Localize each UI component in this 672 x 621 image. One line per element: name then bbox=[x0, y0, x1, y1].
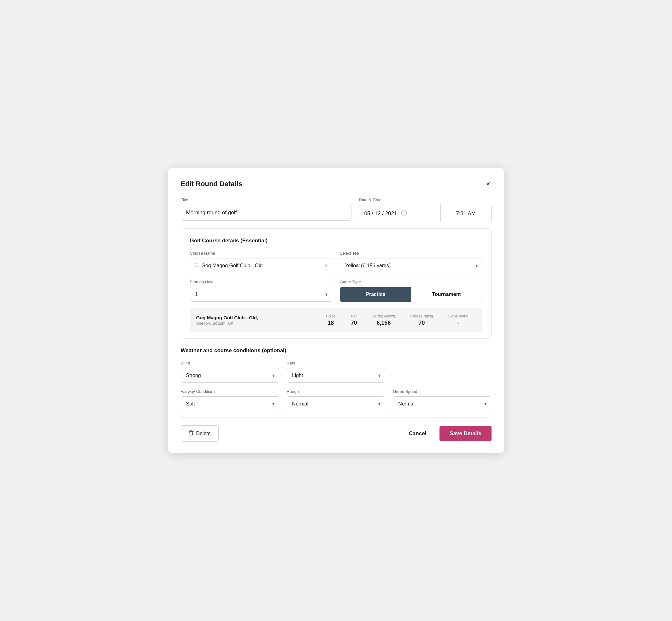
holes-stat: Holes 18 bbox=[318, 314, 343, 326]
select-tee-label: Select Tee bbox=[340, 251, 482, 256]
save-button[interactable]: Save Details bbox=[439, 426, 491, 441]
title-label: Title bbox=[181, 198, 351, 202]
course-tee-row: Course Name × Select Tee Yellow (6,156 y… bbox=[190, 251, 482, 273]
fairway-field-group: Fairway Conditions Dry Normal Soft Wet ▾ bbox=[181, 389, 279, 411]
game-type-field-group: Game Type Practice Tournament bbox=[340, 280, 482, 302]
course-rating-value: 70 bbox=[418, 320, 425, 326]
title-input[interactable] bbox=[181, 205, 351, 220]
title-datetime-row: Title Date & Time 05 / 12 / 2021 7:31 AM bbox=[181, 198, 492, 222]
fairway-label: Fairway Conditions bbox=[181, 389, 279, 394]
starting-hole-select[interactable]: 12310 bbox=[190, 287, 333, 302]
starting-hole-label: Starting Hole bbox=[190, 280, 333, 284]
footer-divider bbox=[181, 417, 492, 418]
starting-hole-select-wrap: 12310 ▾ bbox=[190, 287, 333, 302]
slope-rating-stat: Slope rating - bbox=[440, 314, 476, 326]
rough-label: Rough bbox=[287, 389, 385, 394]
golf-course-section: Golf Course details (Essential) Course N… bbox=[181, 229, 492, 339]
weather-section-title: Weather and course conditions (optional) bbox=[181, 347, 492, 354]
title-field-group: Title bbox=[181, 198, 351, 222]
yards-stat: Yards(Yellow) 6,156 bbox=[365, 314, 403, 326]
modal-title: Edit Round Details bbox=[181, 180, 243, 188]
wind-rain-row: Wind Calm Light Moderate Strong Very Str… bbox=[181, 361, 492, 383]
calendar-icon bbox=[401, 210, 407, 217]
green-speed-label: Green Speed bbox=[393, 389, 491, 394]
par-value: 70 bbox=[351, 320, 357, 326]
tee-select-wrap: Yellow (6,156 yards) White Red ▾ bbox=[340, 258, 482, 273]
datetime-label: Date & Time bbox=[359, 198, 492, 202]
game-type-toggle: Practice Tournament bbox=[340, 287, 482, 302]
date-field[interactable]: 05 / 12 / 2021 bbox=[359, 205, 441, 222]
course-name-input[interactable] bbox=[190, 258, 333, 273]
tee-select[interactable]: Yellow (6,156 yards) White Red bbox=[340, 258, 482, 273]
golf-section-title: Golf Course details (Essential) bbox=[190, 238, 482, 244]
edit-round-modal: Edit Round Details × Title Date & Time 0… bbox=[168, 168, 504, 453]
rain-select-wrap: None Light Moderate Heavy ▾ bbox=[287, 368, 385, 383]
wind-select[interactable]: Calm Light Moderate Strong Very Strong bbox=[181, 368, 279, 383]
rough-field-group: Rough Short Normal Long ▾ bbox=[287, 389, 385, 411]
cancel-button[interactable]: Cancel bbox=[403, 426, 432, 441]
footer-right: Cancel Save Details bbox=[403, 426, 492, 441]
course-name-label: Course Name bbox=[190, 251, 333, 256]
clear-icon[interactable]: × bbox=[325, 263, 328, 268]
delete-label: Delete bbox=[196, 431, 211, 437]
select-tee-field-group: Select Tee Yellow (6,156 yards) White Re… bbox=[340, 251, 482, 273]
svg-rect-0 bbox=[401, 211, 406, 215]
slope-rating-label: Slope rating bbox=[448, 314, 468, 318]
par-stat: Par 70 bbox=[343, 314, 365, 326]
wind-label: Wind bbox=[181, 361, 279, 365]
holes-value: 18 bbox=[328, 320, 334, 326]
wind-select-wrap: Calm Light Moderate Strong Very Strong ▾ bbox=[181, 368, 279, 383]
course-rating-label: Course rating bbox=[410, 314, 433, 318]
close-button[interactable]: × bbox=[485, 179, 492, 189]
fairway-select[interactable]: Dry Normal Soft Wet bbox=[181, 396, 279, 411]
course-info-row: Gog Magog Golf Club - Old, Shelford Bott… bbox=[190, 308, 482, 332]
hole-gametype-row: Starting Hole 12310 ▾ Game Type Practice… bbox=[190, 280, 482, 302]
course-search-wrap: × bbox=[190, 258, 333, 273]
course-info-location: Shelford Bottom, UK bbox=[196, 321, 318, 326]
course-info-name: Gog Magog Golf Club - Old, Shelford Bott… bbox=[196, 315, 318, 326]
date-time-group: 05 / 12 / 2021 7:31 AM bbox=[359, 205, 492, 222]
starting-hole-field-group: Starting Hole 12310 ▾ bbox=[190, 280, 333, 302]
yards-label: Yards(Yellow) bbox=[372, 314, 395, 318]
time-value: 7:31 AM bbox=[456, 210, 475, 217]
svg-point-4 bbox=[195, 263, 198, 266]
practice-toggle-button[interactable]: Practice bbox=[340, 287, 411, 302]
weather-section: Weather and course conditions (optional)… bbox=[181, 347, 492, 411]
modal-header: Edit Round Details × bbox=[181, 179, 492, 189]
trash-icon bbox=[189, 430, 194, 437]
slope-rating-value: - bbox=[457, 320, 459, 326]
tournament-toggle-button[interactable]: Tournament bbox=[411, 287, 482, 302]
footer: Delete Cancel Save Details bbox=[181, 425, 492, 442]
holes-label: Holes bbox=[326, 314, 336, 318]
time-field[interactable]: 7:31 AM bbox=[441, 205, 491, 222]
par-label: Par bbox=[351, 314, 357, 318]
rough-select[interactable]: Short Normal Long bbox=[287, 396, 385, 411]
game-type-label: Game Type bbox=[340, 280, 482, 284]
course-info-name-text: Gog Magog Golf Club - Old, bbox=[196, 315, 318, 320]
green-speed-select[interactable]: Slow Normal Fast bbox=[393, 396, 491, 411]
fairway-rough-green-row: Fairway Conditions Dry Normal Soft Wet ▾… bbox=[181, 389, 492, 411]
delete-button[interactable]: Delete bbox=[181, 425, 219, 442]
wind-field-group: Wind Calm Light Moderate Strong Very Str… bbox=[181, 361, 279, 383]
green-speed-field-group: Green Speed Slow Normal Fast ▾ bbox=[393, 389, 491, 411]
course-rating-stat: Course rating 70 bbox=[403, 314, 440, 326]
rain-field-group: Rain None Light Moderate Heavy ▾ bbox=[287, 361, 385, 383]
rain-label: Rain bbox=[287, 361, 385, 365]
svg-line-5 bbox=[198, 266, 199, 267]
rain-select[interactable]: None Light Moderate Heavy bbox=[287, 368, 385, 383]
fairway-select-wrap: Dry Normal Soft Wet ▾ bbox=[181, 396, 279, 411]
date-value: 05 / 12 / 2021 bbox=[365, 210, 397, 217]
rough-select-wrap: Short Normal Long ▾ bbox=[287, 396, 385, 411]
green-speed-select-wrap: Slow Normal Fast ▾ bbox=[393, 396, 491, 411]
search-icon bbox=[194, 263, 199, 269]
course-name-field-group: Course Name × bbox=[190, 251, 333, 273]
yards-value: 6,156 bbox=[377, 320, 391, 326]
datetime-field-group: Date & Time 05 / 12 / 2021 7:31 AM bbox=[359, 198, 492, 222]
